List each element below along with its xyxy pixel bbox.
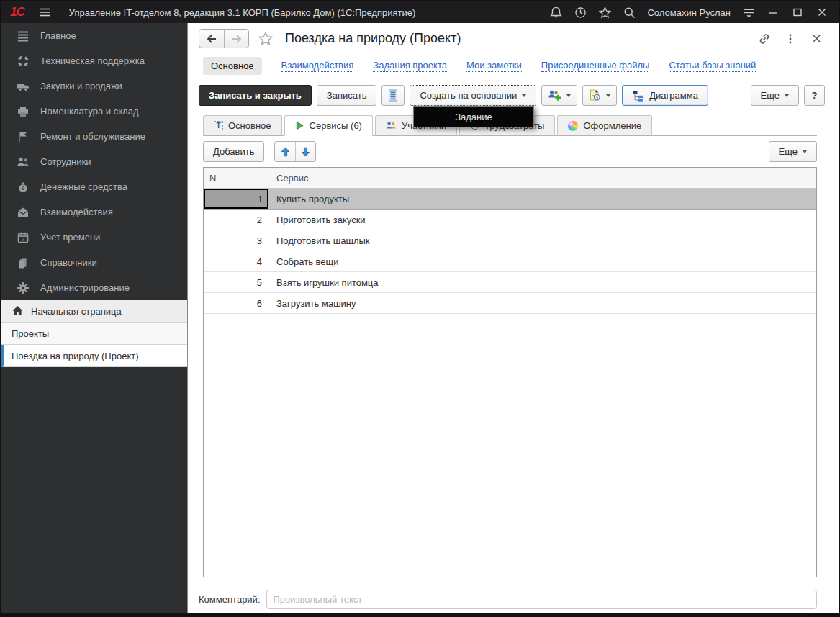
create-based-on-button[interactable]: Создать на основании xyxy=(410,85,536,106)
main-area: Поездка на природу (Проект) Основное Вза… xyxy=(187,23,839,613)
svg-text:7: 7 xyxy=(22,236,24,243)
close-form-icon[interactable] xyxy=(807,30,826,48)
more-label: Еще xyxy=(761,90,780,101)
sidebar-item-label: Сотрудники xyxy=(40,156,91,167)
open-windows-list: Начальная страница Проекты Поездка на пр… xyxy=(1,300,187,367)
open-window-current-project[interactable]: Поездка на природу (Проект) xyxy=(1,345,187,367)
text-icon: T xyxy=(214,121,223,130)
table-row[interactable]: 5 Взять игрушки питомца xyxy=(204,272,816,293)
search-icon[interactable] xyxy=(618,3,640,22)
help-button[interactable]: ? xyxy=(804,85,825,106)
favorites-star-icon[interactable] xyxy=(594,3,615,22)
row-number-cell[interactable]: 2 xyxy=(204,210,268,230)
menu-item-task[interactable]: Задание xyxy=(414,107,533,127)
row-number-cell[interactable]: 1 xyxy=(204,189,268,209)
participants-icon xyxy=(386,121,397,130)
sidebar-item-repair-service[interactable]: Ремонт и обслуживание xyxy=(1,124,187,149)
services-table: N Сервис 1 Купить продукты 2 Приготовить… xyxy=(203,167,817,577)
service-cell[interactable]: Загрузить машину xyxy=(268,293,816,313)
sidebar-item-main[interactable]: Главное xyxy=(1,23,187,48)
more-button[interactable]: Еще xyxy=(751,85,799,106)
table-row[interactable]: 3 Подготовить шашлык xyxy=(204,230,816,251)
row-number-cell[interactable]: 6 xyxy=(204,293,268,313)
service-cell[interactable]: Подготовить шашлык xyxy=(268,230,816,251)
report-list-button[interactable] xyxy=(381,85,405,106)
nav-link-main-active: Основное xyxy=(203,57,262,75)
maximize-button[interactable] xyxy=(787,3,808,22)
tab-appearance[interactable]: Оформление xyxy=(557,115,652,136)
minimize-button[interactable] xyxy=(762,3,784,22)
nav-link-attached-files[interactable]: Присоединенные файлы xyxy=(541,60,650,72)
get-link-icon[interactable] xyxy=(755,30,774,48)
home-icon xyxy=(12,305,24,317)
table-row[interactable]: 2 Приготовить закуски xyxy=(204,210,816,230)
favorite-star-icon[interactable] xyxy=(256,30,275,48)
tab-main[interactable]: T Основное xyxy=(203,115,282,136)
sidebar-item-label: Взаимодействия xyxy=(40,207,113,217)
column-header-service[interactable]: Сервис xyxy=(268,168,816,188)
save-and-close-button[interactable]: Записать и закрыть xyxy=(199,85,312,106)
move-up-button[interactable] xyxy=(275,142,295,161)
service-cell[interactable]: Собрать вещи xyxy=(268,251,816,271)
sidebar-item-nomenclature-warehouse[interactable]: Номенклатура и склад xyxy=(1,99,187,124)
sidebar-item-catalogs[interactable]: Справочники xyxy=(1,250,187,275)
add-participants-button[interactable] xyxy=(541,85,577,106)
add-row-button[interactable]: Добавить xyxy=(203,141,264,162)
history-icon[interactable] xyxy=(569,3,591,22)
catalogs-icon xyxy=(17,256,30,269)
more-kebab-icon[interactable] xyxy=(781,30,800,48)
service-menu-icon[interactable] xyxy=(738,3,759,22)
service-cell[interactable]: Купить продукты xyxy=(268,189,816,209)
sidebar-item-employees[interactable]: Сотрудники xyxy=(1,149,187,174)
administration-icon xyxy=(17,282,30,294)
schedule-document-button[interactable] xyxy=(582,85,617,106)
row-number-cell[interactable]: 4 xyxy=(204,251,268,271)
play-icon xyxy=(295,121,304,130)
table-more-button[interactable]: Еще xyxy=(769,141,817,162)
current-user[interactable]: Соломахин Руслан xyxy=(647,7,731,18)
save-button[interactable]: Записать xyxy=(317,85,377,106)
table-row[interactable]: 4 Собрать вещи xyxy=(204,251,816,272)
comment-input[interactable] xyxy=(266,590,818,609)
close-window-button[interactable] xyxy=(811,3,833,22)
nomenclature-warehouse-icon xyxy=(17,105,30,118)
sidebar-item-interactions[interactable]: Взаимодействия xyxy=(1,199,187,225)
open-window-projects[interactable]: Проекты xyxy=(1,323,187,345)
sidebar-item-label: Закупки и продажи xyxy=(40,81,122,91)
sidebar-item-label: Денежные средства xyxy=(40,181,127,192)
1c-logo: 1С xyxy=(10,5,24,19)
nav-link-my-notes[interactable]: Мои заметки xyxy=(466,60,522,72)
nav-link-project-tasks[interactable]: Задания проекта xyxy=(373,60,447,72)
create-based-on-menu: Задание xyxy=(413,106,534,127)
table-row[interactable]: 6 Загрузить машину xyxy=(204,293,816,314)
notifications-bell-icon[interactable] xyxy=(545,3,566,22)
sidebar-item-money[interactable]: S Денежные средства xyxy=(1,174,187,199)
service-cell[interactable]: Приготовить закуски xyxy=(268,210,816,230)
chevron-down-icon xyxy=(803,150,807,153)
sidebar-item-tech-support[interactable]: Техническая поддержка xyxy=(1,48,187,73)
page-title: Поездка на природу (Проект) xyxy=(285,31,461,46)
main-menu-icon xyxy=(17,30,30,42)
diagram-button[interactable]: Диаграмма xyxy=(622,85,708,106)
nav-link-knowledge-base[interactable]: Статьи базы знаний xyxy=(669,60,756,72)
row-number-cell[interactable]: 5 xyxy=(204,272,268,292)
row-number-cell[interactable]: 3 xyxy=(204,230,268,251)
tab-label: Основное xyxy=(228,120,271,131)
sidebar-item-label: Администрирование xyxy=(40,282,130,293)
nav-link-interactions[interactable]: Взаимодействия xyxy=(281,60,354,72)
sidebar-item-administration[interactable]: Администрирование xyxy=(1,275,187,300)
tab-services[interactable]: Сервисы (6) xyxy=(284,115,373,136)
column-header-n[interactable]: N xyxy=(204,168,268,188)
open-window-home[interactable]: Начальная страница xyxy=(1,300,187,323)
back-button[interactable] xyxy=(199,30,224,48)
sidebar-item-label: Справочники xyxy=(40,257,97,268)
service-cell[interactable]: Взять игрушки питомца xyxy=(268,272,816,292)
document-nav-links: Основное Взаимодействия Задания проекта … xyxy=(188,48,839,75)
table-row[interactable]: 1 Купить продукты xyxy=(204,189,816,210)
move-down-button[interactable] xyxy=(295,142,315,161)
sidebar-item-time-tracking[interactable]: 7 Учет времени xyxy=(1,225,187,250)
hamburger-menu-icon[interactable] xyxy=(35,3,56,22)
forward-button[interactable] xyxy=(224,30,248,48)
sidebar-item-purchases-sales[interactable]: Закупки и продажи xyxy=(1,73,187,99)
move-row-group xyxy=(274,141,316,162)
